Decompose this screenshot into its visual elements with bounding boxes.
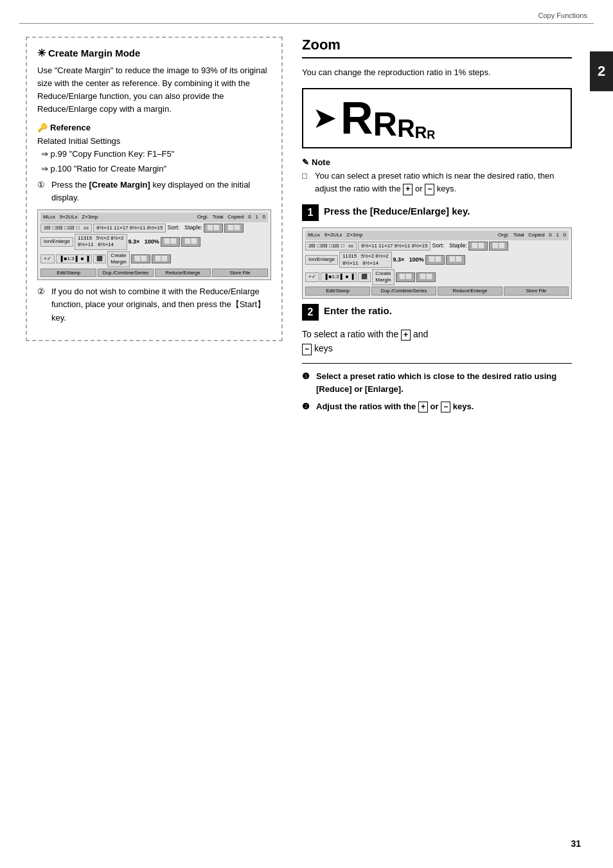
ref-arrow2: ⇒ p.100 "Ratio for Create Margin" [41, 163, 271, 176]
step2-text: If you do not wish to combine it with th… [51, 285, 271, 324]
sub-step1-num: ❶ [302, 370, 312, 396]
ui-title-2: MLcx 9×2ULx Z×3mp [308, 232, 362, 238]
zoom-title: Zoom [302, 37, 572, 58]
sub-step-1: ❶ Select a preset ratio which is close t… [302, 370, 572, 396]
minus-key-note: − [425, 184, 434, 195]
ui-bottom-bar-2: Edit/Stamp Dup./Combine/Series Reduce/En… [305, 287, 569, 296]
ui-bracket-btn: ▐ ■1:3 ▌ ■ ▐ [56, 254, 93, 263]
ui-controls-row-2: +✓ ▐ ■1:3 ▌ ■ ▐ ⬛ CreateMargin ⬜⬜ ⬜⬜ [305, 269, 569, 285]
zoom-r3: R [397, 116, 414, 141]
checkbox-symbol: □ [302, 170, 311, 195]
ui-tab2-store[interactable]: Store File [504, 287, 569, 296]
zoom-arrow: ➤ [314, 103, 335, 133]
step2-num: ② [37, 285, 48, 324]
ui-staple2-btn1: ⬜⬜ [468, 242, 488, 251]
ui-tab2-dup[interactable]: Dup./Combine/Series [371, 287, 436, 296]
ui-paper2-size: 11315 5½×2 8½×28½×11 8½×14 [339, 252, 392, 268]
plus-key-ratio: + [401, 330, 411, 341]
note-section: ✎ Note □ You can select a preset ratio w… [302, 157, 572, 195]
big-step-text-1: Press the [Reduce/Enlarge] key. [324, 204, 470, 217]
step-2: ② If you do not wish to combine it with … [37, 285, 271, 324]
ui-staple2-btn2: ⬜⬜ [489, 242, 508, 251]
ui-staple2-btn4: ⬜⬜ [446, 255, 465, 264]
ui-paper2-btn2: 8½×11 11×17 8½×11 8½×15 [358, 242, 431, 251]
zoom-body: You can change the reproduction ratio in… [302, 66, 572, 79]
ui-plus2-btn: +✓ [305, 272, 319, 281]
step-1: ① Press the [Create Margin] key displaye… [37, 179, 271, 204]
ui-paper-row-2: 2⊟ □3⊟ □1⊟ □ cc 8½×11 11×17 8½×11 8½×15 … [305, 242, 569, 251]
ui-create-margin2-btn[interactable]: CreateMargin [372, 269, 394, 285]
ui-tab-reduce[interactable]: Reduce/Enlarge [155, 269, 211, 278]
ui-reduce-row-1: Ion/Enlarge 11315 5½×2 8½×28½×11 8½×14 9… [40, 234, 268, 250]
minus-key-ratio: − [302, 344, 312, 355]
ui-bracket2-btn: ▐ ■1:3 ▌ ■ ▐ [321, 272, 357, 281]
reference-title: 🔑 Reference [37, 123, 271, 132]
ui-reduce-label: Ion/Enlarge [40, 237, 73, 246]
ui-sort-label: Sort: Staple: [167, 224, 202, 232]
create-margin-section: ✳ Create Margin Mode Use "Create Margin"… [26, 37, 283, 341]
ui-paper-row-1: 2⊟ □3⊟ □1⊟ □ cc 8½×11 11×17 8½×11 8½×15 … [40, 224, 268, 233]
big-step-text-2: Enter the ratio. [324, 304, 392, 316]
ui-staple-btn4: ⬜⬜ [181, 237, 200, 246]
ui-extra1: ⬜⬜ [131, 254, 150, 263]
ui-paper-btn1: 2⊟ □3⊟ □1⊟ □ cc [40, 224, 92, 233]
big-step-1: 1 Press the [Reduce/Enlarge] key. [302, 204, 572, 221]
reference-icon: 🔑 [37, 123, 48, 132]
section-title: ✳ Create Margin Mode [37, 47, 271, 59]
ui-top-bar-2: MLcx 9×2ULx Z×3mp Orgl. Total Copied 0 1… [305, 231, 569, 240]
ui-counters-1: Orgl. Total Copied 0 1 0 [197, 214, 265, 220]
zoom-r4: R [415, 124, 427, 141]
big-step-2: 2 Enter the ratio. [302, 304, 572, 321]
ui-top-bar-1: MLcx 9×2ULx Z×3mp Orgl. Total Copied 0 1… [40, 213, 268, 222]
step1-text: Press the [Create Margin] key displayed … [51, 179, 271, 204]
reference-related: Related Initial Settings [37, 135, 271, 148]
zoom-r5: R [427, 129, 435, 141]
ui-paper2-btn1: 2⊟ □3⊟ □1⊟ □ cc [305, 242, 357, 251]
ui-paper-btn2: 8½×11 11×17 8½×11 8½×15 [93, 224, 166, 233]
right-column: Zoom You can change the reproduction rat… [302, 37, 572, 420]
ui-tab-dup[interactable]: Dup./Combine/Series [98, 269, 154, 278]
big-step-num-2: 2 [302, 304, 319, 321]
zoom-r1: R [341, 96, 373, 141]
zoom-image-box: ➤ R R R R R [302, 88, 572, 148]
ui-staple-btn3: ⬜⬜ [161, 237, 180, 246]
reference-label: Reference [50, 123, 91, 132]
plus-key-sub2: + [418, 402, 428, 413]
ui-staple-btn1: ⬜⬜ [204, 224, 223, 233]
ui-tab2-edit[interactable]: Edit/Stamp [305, 287, 370, 296]
ui-tab-store[interactable]: Store File [212, 269, 268, 278]
ui-bottom-bar-1: Edit/Stamp Dup./Combine/Series Reduce/En… [40, 269, 268, 278]
enter-ratio-section: To select a ratio with the + and − keys … [302, 327, 572, 413]
ui-tab2-reduce[interactable]: Reduce/Enlarge [438, 287, 502, 296]
ui-stamp-btn: ⬛ [93, 254, 106, 263]
page-number: 31 [571, 838, 581, 849]
section-title-text: Create Margin Mode [48, 48, 140, 58]
page-header: Copy Functions [0, 0, 613, 23]
ref-arrow1: ⇒ p.99 "Copy Function Key: F1–F5" [41, 148, 271, 161]
note-item: □ You can select a preset ratio which is… [302, 170, 572, 195]
ui-extra2: ⬜⬜ [152, 254, 171, 263]
ui-create-margin-btn[interactable]: CreateMargin [107, 251, 129, 267]
reference-body: Related Initial Settings ⇒ p.99 "Copy Fu… [37, 135, 271, 176]
ui-extra2-1: ⬜⬜ [396, 272, 415, 281]
ui-reduce2-label: Ion/Enlarge [305, 255, 338, 264]
ui-staple2-btn3: ⬜⬜ [425, 255, 445, 264]
ui-stamp2-btn: ⬛ [358, 272, 371, 281]
ui-tab-edit[interactable]: Edit/Stamp [40, 269, 96, 278]
sub-step2-num: ❷ [302, 400, 312, 413]
zoom-r2: R [373, 107, 398, 141]
section-body: Use "Create Margin" to reduce the image … [37, 64, 271, 116]
plus-key-note: + [403, 184, 413, 195]
minus-key-sub2: − [441, 402, 450, 413]
ratio-select-text: To select a ratio with the + and − keys [302, 327, 572, 356]
ui-title-1: MLcx 9×2ULx Z×3mp [43, 214, 98, 220]
header-title: Copy Functions [538, 12, 587, 19]
ui-percent2: 9.3× 100% [393, 256, 424, 264]
ui-mockup-2: MLcx 9×2ULx Z×3mp Orgl. Total Copied 0 1… [302, 227, 572, 298]
note-text: You can select a preset ratio which is n… [315, 170, 572, 195]
ui-sort2: Sort: Staple: [432, 242, 467, 250]
note-label: Note [312, 157, 330, 167]
ui-reduce-row-2: Ion/Enlarge 11315 5½×2 8½×28½×11 8½×14 9… [305, 252, 569, 268]
ui-paper-size1: 11315 5½×2 8½×28½×11 8½×14 [75, 234, 127, 250]
chapter-tab: 2 [590, 51, 613, 91]
